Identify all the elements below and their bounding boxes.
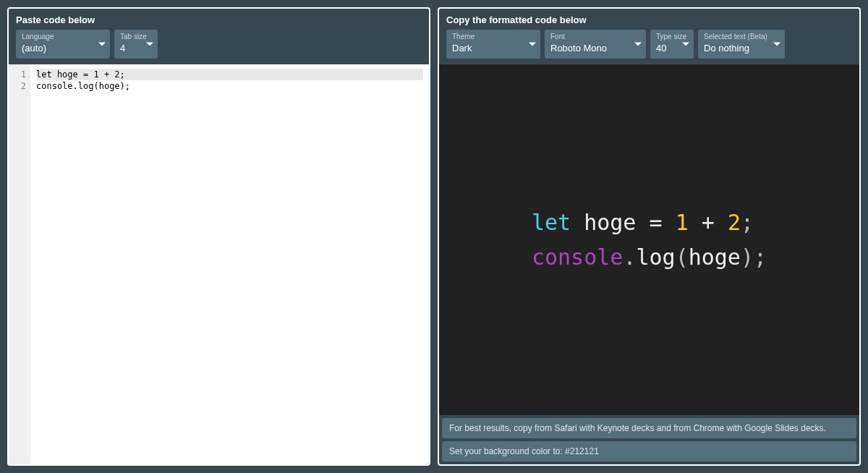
info-bars: For best results, copy from Safari with … (439, 415, 859, 464)
output-controls: Theme Dark Font Roboto Mono Type size 40… (439, 30, 859, 64)
language-select-value: (auto) (22, 43, 104, 54)
chevron-down-icon (682, 43, 689, 46)
font-select-value: Roboto Mono (550, 43, 640, 54)
copy-hint: For best results, copy from Safari with … (442, 418, 856, 438)
formatted-code-block[interactable]: let hoge = 1 + 2; console.log(hoge); (532, 205, 767, 275)
gutter-line-number: 2 (14, 80, 26, 92)
output-wrap: let hoge = 1 + 2; console.log(hoge); For… (439, 64, 859, 464)
token-number: 2 (728, 210, 741, 235)
chevron-down-icon (773, 43, 780, 46)
bg-color-hint: Set your background color to: #212121 (442, 441, 856, 461)
theme-select[interactable]: Theme Dark (446, 30, 540, 59)
token-punct: ; (754, 244, 767, 270)
line-gutter: 1 2 (9, 64, 30, 464)
output-panel: Copy the formatted code below Theme Dark… (438, 7, 861, 466)
tabsize-select-label: Tab size (120, 33, 152, 41)
selected-text-select-label: Selected text (Beta) (704, 33, 779, 41)
theme-select-value: Dark (452, 43, 535, 54)
chevron-down-icon (529, 43, 536, 46)
input-controls: Language (auto) Tab size 4 (9, 30, 429, 64)
token-punct: ) (741, 244, 754, 270)
chevron-down-icon (634, 43, 642, 46)
token-punct: . (623, 244, 636, 270)
code-input-area[interactable]: let hoge = 1 + 2; console.log(hoge); (30, 64, 429, 464)
font-select-label: Font (550, 33, 640, 41)
token-method: log (636, 244, 675, 270)
token-object: console (532, 244, 623, 270)
code-line: let hoge = 1 + 2; (36, 69, 423, 80)
token-punct: ; (741, 210, 754, 235)
output-panel-title: Copy the formatted code below (439, 9, 859, 30)
language-select[interactable]: Language (auto) (16, 30, 110, 59)
tabsize-select[interactable]: Tab size 4 (114, 30, 158, 59)
language-select-label: Language (22, 33, 104, 41)
token-keyword: let (532, 210, 571, 235)
selected-text-select-value: Do nothing (704, 43, 779, 54)
token-punct: ( (676, 244, 689, 270)
typesize-select[interactable]: Type size 40 (650, 30, 694, 59)
gutter-line-number: 1 (14, 69, 26, 80)
code-line: console.log(hoge); (36, 81, 130, 91)
code-editor[interactable]: 1 2 let hoge = 1 + 2; console.log(hoge); (9, 64, 429, 464)
theme-select-label: Theme (452, 33, 535, 41)
chevron-down-icon (146, 43, 153, 46)
token-identifier: hoge (584, 210, 636, 235)
selected-text-select[interactable]: Selected text (Beta) Do nothing (698, 30, 785, 59)
formatted-output[interactable]: let hoge = 1 + 2; console.log(hoge); (439, 64, 859, 415)
input-panel-title: Paste code below (9, 9, 429, 30)
token-operator: = (650, 210, 663, 235)
input-panel: Paste code below Language (auto) Tab siz… (7, 7, 430, 466)
token-identifier: hoge (689, 244, 741, 270)
typesize-select-label: Type size (656, 33, 688, 41)
token-number: 1 (676, 210, 689, 235)
font-select[interactable]: Font Roboto Mono (545, 30, 646, 59)
token-operator: + (702, 210, 715, 235)
chevron-down-icon (98, 43, 106, 46)
